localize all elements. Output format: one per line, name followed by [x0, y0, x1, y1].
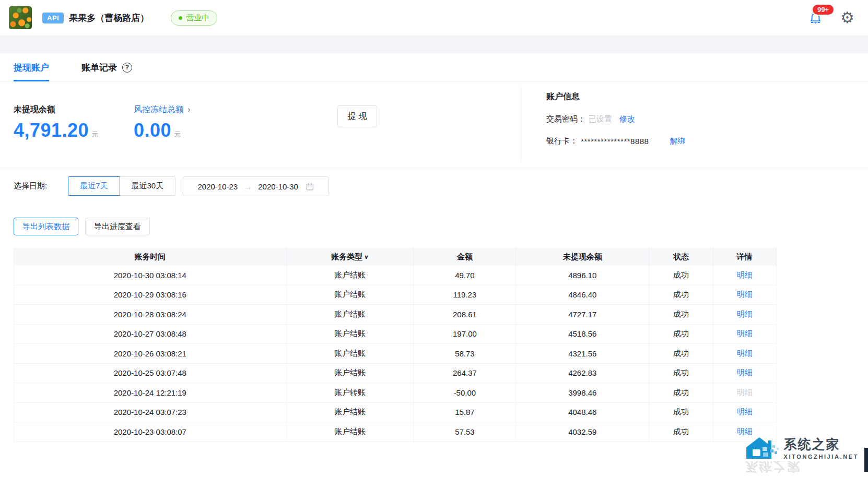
last-7-days-button[interactable]: 最近7天 — [68, 176, 120, 196]
last-30-days-button[interactable]: 最近30天 — [120, 176, 176, 196]
help-icon[interactable]: ? — [122, 63, 132, 73]
table-row: 2020-10-29 03:08:16 账户结账 119.23 4846.40 … — [14, 285, 776, 305]
watermark: 系统之家 XITONGZHIJIA.NET 系统之家 XITONGZHIJIA.… — [745, 434, 859, 473]
cell-type: 账户结账 — [287, 344, 414, 363]
detail-link[interactable]: 明细 — [737, 349, 753, 359]
cell-amount: 208.61 — [414, 305, 516, 324]
detail-link[interactable]: 明细 — [737, 290, 753, 300]
col-type-label: 账务类型 — [331, 252, 362, 262]
cell-type: 账户结账 — [287, 403, 414, 422]
cell-amount: 15.87 — [414, 403, 516, 422]
cell-status: 成功 — [649, 403, 713, 422]
cell-detail: 明细 — [713, 325, 776, 344]
cell-status: 成功 — [649, 364, 713, 383]
date-filter-section: 选择日期: 最近7天 最近30天 2020-10-23 → 2020-10-30 — [0, 168, 868, 206]
bank-card-label: 银行卡： — [546, 136, 578, 146]
cell-balance: 4032.59 — [516, 422, 649, 442]
cell-detail: 明细 — [713, 403, 776, 422]
export-list-button[interactable]: 导出列表数据 — [14, 218, 78, 235]
table-row: 2020-10-23 03:08:07 账户结账 57.53 4032.59 成… — [14, 422, 776, 442]
export-section: 导出列表数据 导出进度查看 — [0, 206, 868, 235]
cell-detail: 明细 — [713, 266, 776, 285]
cell-balance: 4727.17 — [516, 305, 649, 324]
detail-link[interactable]: 明细 — [737, 329, 753, 339]
cell-time: 2020-10-24 03:07:23 — [14, 403, 287, 422]
frozen-total-link[interactable]: 风控冻结总额› — [134, 104, 191, 115]
api-badge: API — [42, 13, 64, 23]
cell-status: 成功 — [649, 344, 713, 363]
table-row: 2020-10-24 12:21:19 账户转账 -50.00 3998.46 … — [14, 383, 776, 403]
start-date: 2020-10-23 — [197, 182, 238, 191]
transaction-password-row: 交易密码： 已设置 修改 — [546, 114, 685, 124]
cell-detail: 明细 — [713, 383, 776, 402]
cell-type: 账户转账 — [287, 383, 414, 402]
cell-status: 成功 — [649, 305, 713, 324]
watermark-url: XITONGZHIJIA.NET — [784, 454, 859, 460]
cell-time: 2020-10-27 03:08:48 — [14, 325, 287, 344]
balance-section: 未提现余额 4,791.20元 风控冻结总额› 0.00元 提 现 账户信息 交… — [0, 82, 868, 168]
range-arrow-icon: → — [244, 182, 252, 191]
bank-card-row: 银行卡： ***************8888 解绑 — [546, 136, 685, 146]
tab-withdraw-account[interactable]: 提现账户 — [14, 53, 49, 81]
col-detail: 详情 — [713, 248, 776, 266]
account-info-title: 账户信息 — [546, 91, 685, 102]
detail-link[interactable]: 明细 — [737, 270, 753, 280]
table-row: 2020-10-27 03:08:48 账户结账 197.00 4518.56 … — [14, 325, 776, 344]
end-date: 2020-10-30 — [258, 182, 298, 191]
tab-bar: 提现账户 账单记录 ? — [0, 53, 868, 82]
store-name: 果果多（曹杨路店） — [69, 12, 149, 24]
detail-link[interactable]: 明细 — [737, 368, 753, 378]
settings-gear-icon[interactable]: ⚙ — [840, 10, 854, 26]
cell-type: 账户结账 — [287, 305, 414, 324]
business-status-badge: 营业中 — [171, 10, 217, 26]
cell-type: 账户结账 — [287, 325, 414, 344]
cell-time: 2020-10-29 03:08:16 — [14, 285, 287, 305]
col-amount: 金额 — [414, 248, 516, 266]
cell-balance: 4518.56 — [516, 325, 649, 344]
notifications-button[interactable]: 99+ — [808, 11, 823, 25]
watermark-title: 系统之家 — [784, 438, 859, 451]
cell-type: 账户结账 — [287, 285, 414, 305]
detail-link[interactable]: 明细 — [737, 309, 753, 319]
table-row: 2020-10-30 03:08:14 账户结账 49.70 4896.10 成… — [14, 266, 776, 285]
vertical-divider — [521, 86, 521, 161]
col-balance: 未提现余额 — [516, 248, 649, 266]
cell-detail: 明细 — [713, 364, 776, 383]
status-dot-icon — [179, 16, 182, 20]
unwithdrawn-balance-block: 未提现余额 4,791.20元 — [14, 104, 99, 141]
date-filter-label: 选择日期: — [14, 181, 47, 191]
frozen-total-value: 0.00元 — [134, 120, 191, 141]
export-progress-button[interactable]: 导出进度查看 — [85, 218, 150, 235]
cell-status: 成功 — [649, 285, 713, 305]
cell-balance: 4896.10 — [516, 266, 649, 285]
unwithdrawn-amount: 4,791.20 — [14, 120, 89, 141]
cell-amount: 57.53 — [414, 422, 516, 442]
detail-link[interactable]: 明细 — [737, 407, 753, 417]
withdraw-button[interactable]: 提 现 — [337, 105, 377, 127]
cell-time: 2020-10-30 03:08:14 — [14, 266, 287, 285]
frozen-total-block: 风控冻结总额› 0.00元 — [134, 104, 191, 141]
table-header-row: 账务时间 账务类型 ∨ 金额 未提现余额 状态 详情 — [14, 248, 776, 266]
tab-bill-records-label: 账单记录 — [81, 62, 117, 74]
top-bar: API 果果多（曹杨路店） 营业中 99+ ⚙ — [0, 0, 868, 35]
date-range-picker[interactable]: 2020-10-23 → 2020-10-30 — [183, 176, 329, 196]
cell-balance: 4321.56 — [516, 344, 649, 363]
frozen-total-label: 风控冻结总额 — [134, 105, 184, 114]
tab-bill-records[interactable]: 账单记录 — [81, 53, 117, 81]
table-row: 2020-10-28 03:08:24 账户结账 208.61 4727.17 … — [14, 305, 776, 325]
currency-unit: 元 — [174, 130, 181, 138]
cell-time: 2020-10-26 03:08:21 — [14, 344, 287, 363]
cell-detail: 明细 — [713, 305, 776, 324]
col-time: 账务时间 — [14, 248, 287, 266]
cell-balance: 4048.46 — [516, 403, 649, 422]
cell-amount: 49.70 — [414, 266, 516, 285]
unbind-card-link[interactable]: 解绑 — [670, 136, 685, 146]
watermark-text: 系统之家 XITONGZHIJIA.NET — [784, 438, 859, 461]
col-type[interactable]: 账务类型 ∨ — [287, 248, 414, 266]
modify-password-link[interactable]: 修改 — [619, 114, 635, 124]
frozen-amount: 0.00 — [134, 120, 171, 141]
cell-amount: 58.73 — [414, 344, 516, 363]
account-info-panel: 账户信息 交易密码： 已设置 修改 银行卡： ***************88… — [546, 91, 685, 146]
cell-time: 2020-10-25 03:07:48 — [14, 364, 287, 383]
type-filter-caret-icon[interactable]: ∨ — [364, 254, 369, 260]
